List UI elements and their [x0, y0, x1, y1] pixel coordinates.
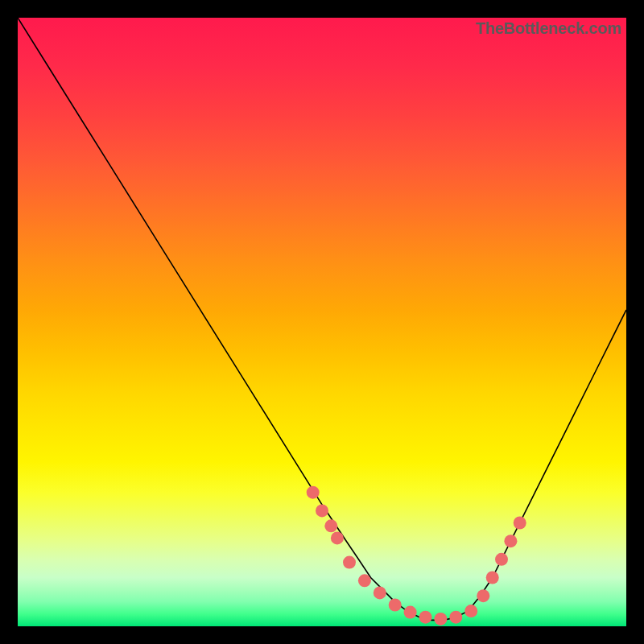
highlight-dot: [449, 611, 462, 624]
highlight-dot: [464, 605, 477, 617]
highlight-dot: [374, 586, 386, 599]
bottleneck-curve: [18, 18, 626, 620]
highlight-dot: [514, 517, 526, 530]
highlight-dot: [307, 486, 320, 499]
highlight-dot: [434, 613, 447, 625]
highlight-dots: [307, 486, 526, 625]
highlight-dot: [343, 556, 356, 569]
highlight-dot: [477, 589, 489, 602]
highlight-dot: [486, 572, 499, 584]
highlight-dot: [504, 535, 517, 547]
highlight-dot: [389, 599, 402, 612]
highlight-dot: [331, 531, 344, 544]
curve-layer: [18, 18, 626, 626]
highlight-dot: [404, 606, 417, 619]
highlight-dot: [495, 553, 508, 566]
highlight-dot: [358, 574, 371, 587]
highlight-dot: [324, 519, 337, 532]
chart-frame: TheBottleneck.com: [0, 0, 644, 644]
plot-area: TheBottleneck.com: [18, 18, 626, 626]
highlight-dot: [316, 504, 328, 517]
highlight-dot: [419, 611, 432, 624]
